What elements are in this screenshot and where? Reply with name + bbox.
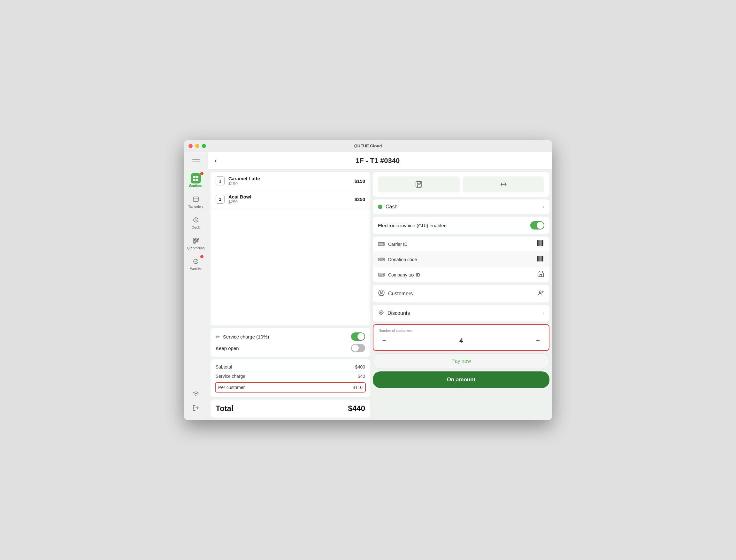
split-icon-button[interactable] <box>462 176 545 192</box>
svg-point-45 <box>380 312 382 313</box>
svg-point-42 <box>539 291 541 293</box>
sidebar-item-sections[interactable]: Sections <box>186 171 206 190</box>
sidebar-item-tab-orders[interactable]: Tab orders <box>186 191 206 211</box>
gui-toggle-knob <box>537 222 544 229</box>
quick-icon <box>191 215 201 225</box>
svg-rect-25 <box>541 240 542 246</box>
page-title: 1F - T1 #0340 <box>222 157 533 165</box>
num-customers-value: 4 <box>459 337 463 345</box>
discounts-row[interactable]: Discounts › <box>373 305 549 322</box>
close-button[interactable] <box>189 144 193 148</box>
svg-rect-0 <box>193 176 196 178</box>
svg-rect-3 <box>196 179 198 181</box>
svg-rect-11 <box>197 239 198 240</box>
service-charge-row: ✏ Service charge (10%) <box>216 332 365 341</box>
keyboard-icon-3: ⌨ <box>378 272 385 278</box>
keep-open-toggle[interactable] <box>351 344 365 352</box>
svg-rect-10 <box>194 239 195 240</box>
qr-ordering-label: QR ordering <box>187 246 205 250</box>
svg-rect-12 <box>194 242 195 243</box>
on-amount-button[interactable]: On amount <box>373 371 549 388</box>
barcode-icon-1 <box>537 240 544 248</box>
company-tax-row[interactable]: ⌨ Company tax ID <box>373 267 549 282</box>
pay-now-label: Pay now <box>451 358 471 364</box>
item-info-1: Caramel Latte $150 <box>229 176 355 186</box>
svg-rect-19 <box>417 185 420 187</box>
order-items-list: 1 Caramel Latte $150 $150 1 Acai Bowl <box>211 172 370 325</box>
carrier-id-row[interactable]: ⌨ Carrier ID <box>373 237 549 252</box>
company-tax-label: Company tax ID <box>388 272 537 277</box>
item-total-2: $250 <box>355 197 365 202</box>
qty-badge-2: 1 <box>216 195 225 204</box>
worklist-badge <box>200 255 204 258</box>
title-bar: QUEUE Cloud <box>184 140 552 152</box>
maximize-button[interactable] <box>202 144 206 148</box>
tab-orders-label: Tab orders <box>188 205 203 208</box>
svg-rect-33 <box>540 256 541 261</box>
num-customers-title: Number of customers <box>378 329 544 332</box>
keep-open-label: Keep open <box>216 346 351 351</box>
grand-total-label: Total <box>216 404 234 413</box>
service-charge-toggle[interactable] <box>351 332 365 341</box>
gui-label: Electronic invoice (GUI) enabled <box>378 223 530 228</box>
keep-open-knob <box>352 345 359 352</box>
carrier-id-label: Carrier ID <box>388 242 537 247</box>
svg-rect-18 <box>417 182 420 184</box>
content-area: 1 Caramel Latte $150 $150 1 Acai Bowl <box>208 169 552 420</box>
sections-icon <box>191 173 201 183</box>
pay-now-button[interactable]: Pay now <box>373 354 549 369</box>
discounts-label: Discounts <box>387 310 543 316</box>
svg-rect-24 <box>540 240 541 246</box>
donation-code-row[interactable]: ⌨ Donation code <box>373 252 549 267</box>
on-amount-label: On amount <box>447 377 476 383</box>
left-panel: 1 Caramel Latte $150 $150 1 Acai Bowl <box>211 172 370 417</box>
gui-toggle[interactable] <box>530 221 544 229</box>
svg-rect-38 <box>538 273 544 277</box>
traffic-lights <box>189 144 206 148</box>
svg-rect-26 <box>542 240 543 246</box>
save-icon-button[interactable] <box>378 176 460 192</box>
back-button[interactable]: ‹ <box>214 157 217 165</box>
sidebar-item-quick[interactable]: Quick <box>186 212 206 232</box>
svg-rect-36 <box>543 256 543 261</box>
per-customer-row: Per customer $110 <box>215 382 366 393</box>
add-customer-icon[interactable] <box>537 289 544 298</box>
app-body: Sections Tab orders Qu <box>184 152 552 420</box>
logout-icon[interactable] <box>190 402 202 414</box>
app-window: QUEUE Cloud Sections <box>184 140 552 420</box>
donation-code-label: Donation code <box>388 257 537 262</box>
customers-row[interactable]: Customers <box>373 285 549 302</box>
cash-label: Cash <box>385 204 543 210</box>
svg-rect-34 <box>541 256 542 261</box>
cash-chevron: › <box>543 204 544 210</box>
increase-customers-button[interactable]: + <box>532 335 544 346</box>
keep-open-row: Keep open <box>216 344 365 352</box>
sidebar-item-qr-ordering[interactable]: QR ordering <box>186 233 206 253</box>
cash-dot <box>378 205 382 209</box>
svg-rect-2 <box>193 179 196 181</box>
quick-label: Quick <box>192 226 200 229</box>
hamburger-line-1 <box>192 159 200 159</box>
barcode-icon-2 <box>537 256 544 263</box>
decrease-customers-button[interactable]: − <box>378 335 390 346</box>
svg-rect-32 <box>540 256 540 261</box>
payment-methods-card <box>373 172 549 197</box>
order-item-caramel-latte[interactable]: 1 Caramel Latte $150 $150 <box>211 172 370 190</box>
service-charge-total-value: $40 <box>358 374 365 379</box>
item-total-1: $150 <box>355 178 365 184</box>
item-name-1: Caramel Latte <box>229 176 355 181</box>
subtotal-value: $400 <box>355 364 365 369</box>
header: ‹ 1F - T1 #0340 <box>208 152 552 169</box>
hamburger-menu[interactable] <box>190 155 202 167</box>
order-item-acai-bowl[interactable]: 1 Acai Bowl $250 $250 <box>211 190 370 208</box>
cash-row[interactable]: Cash › <box>373 199 549 214</box>
invoice-fields-card: ⌨ Carrier ID <box>373 237 549 282</box>
sections-badge <box>200 172 204 175</box>
sidebar-item-worklist[interactable]: Worklist <box>186 254 206 273</box>
discounts-chevron: › <box>543 310 544 316</box>
worklist-label: Worklist <box>190 267 201 271</box>
discount-icon <box>378 309 384 317</box>
svg-rect-28 <box>544 240 544 246</box>
hamburger-line-2 <box>192 161 200 161</box>
minimize-button[interactable] <box>195 144 199 148</box>
